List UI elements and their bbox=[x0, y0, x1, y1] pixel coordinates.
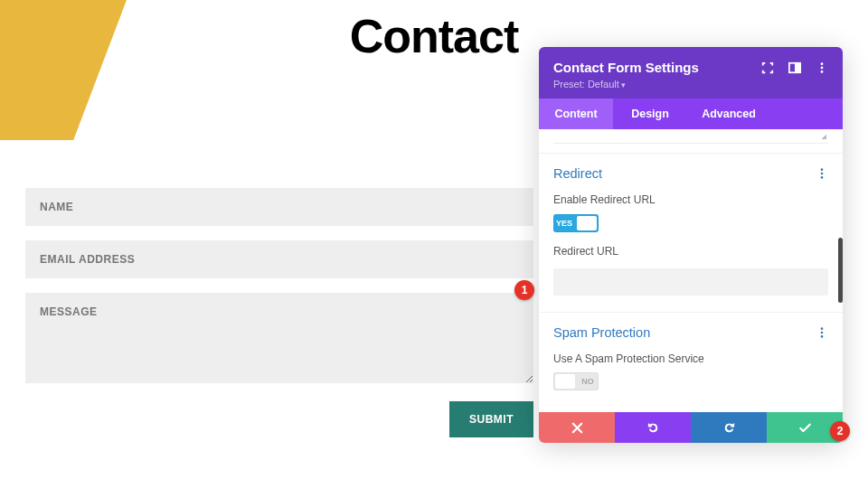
panel-body[interactable]: Redirect Enable Redirect URL YES Redirec… bbox=[539, 129, 843, 412]
svg-point-4 bbox=[821, 70, 824, 72]
svg-point-9 bbox=[821, 332, 824, 334]
previous-section-resize-handle[interactable] bbox=[553, 129, 828, 144]
redirect-url-input[interactable] bbox=[553, 268, 828, 296]
spam-service-label: Use A Spam Protection Service bbox=[553, 352, 828, 365]
tab-advanced[interactable]: Advanced bbox=[687, 99, 770, 129]
name-field[interactable] bbox=[25, 188, 533, 226]
svg-rect-1 bbox=[795, 62, 800, 72]
toggle-no-label: NO bbox=[577, 372, 599, 390]
undo-icon bbox=[646, 421, 660, 435]
preset-selector[interactable]: Preset: Default bbox=[553, 79, 828, 89]
svg-point-10 bbox=[821, 335, 824, 338]
spam-section-menu-icon[interactable] bbox=[816, 326, 828, 339]
submit-button[interactable]: SUBMIT bbox=[449, 401, 533, 437]
annotation-callout-2: 2 bbox=[830, 421, 850, 441]
close-icon bbox=[571, 421, 584, 435]
check-icon bbox=[798, 421, 812, 435]
panel-tabs: Content Design Advanced bbox=[539, 99, 843, 129]
svg-point-5 bbox=[821, 168, 824, 171]
panel-footer bbox=[539, 412, 843, 443]
svg-point-2 bbox=[821, 62, 824, 65]
spam-section-title: Spam Protection bbox=[553, 325, 650, 340]
enable-redirect-label: Enable Redirect URL bbox=[553, 193, 828, 206]
redirect-section-title: Redirect bbox=[553, 166, 602, 181]
svg-point-8 bbox=[821, 327, 824, 330]
enable-redirect-toggle[interactable]: YES bbox=[553, 214, 599, 232]
tab-content[interactable]: Content bbox=[539, 99, 613, 129]
section-spam-protection: Spam Protection Use A Spam Protection Se… bbox=[539, 312, 843, 409]
redo-icon bbox=[722, 421, 736, 435]
contact-form: SUBMIT bbox=[25, 188, 533, 437]
svg-point-6 bbox=[821, 173, 824, 175]
message-field[interactable] bbox=[25, 293, 533, 383]
kebab-menu-icon[interactable] bbox=[816, 61, 828, 74]
undo-button[interactable] bbox=[615, 412, 691, 443]
redirect-section-menu-icon[interactable] bbox=[816, 167, 828, 180]
section-redirect: Redirect Enable Redirect URL YES Redirec… bbox=[539, 153, 843, 312]
cancel-button[interactable] bbox=[539, 412, 615, 443]
settings-panel: Contact Form Settings Preset: Default Co… bbox=[539, 47, 843, 443]
panel-title: Contact Form Settings bbox=[553, 60, 699, 75]
redirect-url-label: Redirect URL bbox=[553, 245, 828, 258]
snap-icon[interactable] bbox=[788, 61, 801, 74]
annotation-callout-1: 1 bbox=[514, 280, 534, 300]
tab-design[interactable]: Design bbox=[613, 99, 687, 129]
toggle-yes-label: YES bbox=[553, 214, 575, 232]
spam-service-toggle[interactable]: NO bbox=[553, 372, 599, 390]
svg-point-7 bbox=[821, 176, 824, 179]
expand-icon[interactable] bbox=[761, 61, 774, 74]
email-field[interactable] bbox=[25, 240, 533, 278]
panel-header: Contact Form Settings Preset: Default bbox=[539, 47, 843, 99]
scrollbar-thumb[interactable] bbox=[838, 238, 843, 303]
svg-point-3 bbox=[821, 66, 824, 69]
redo-button[interactable] bbox=[691, 412, 767, 443]
